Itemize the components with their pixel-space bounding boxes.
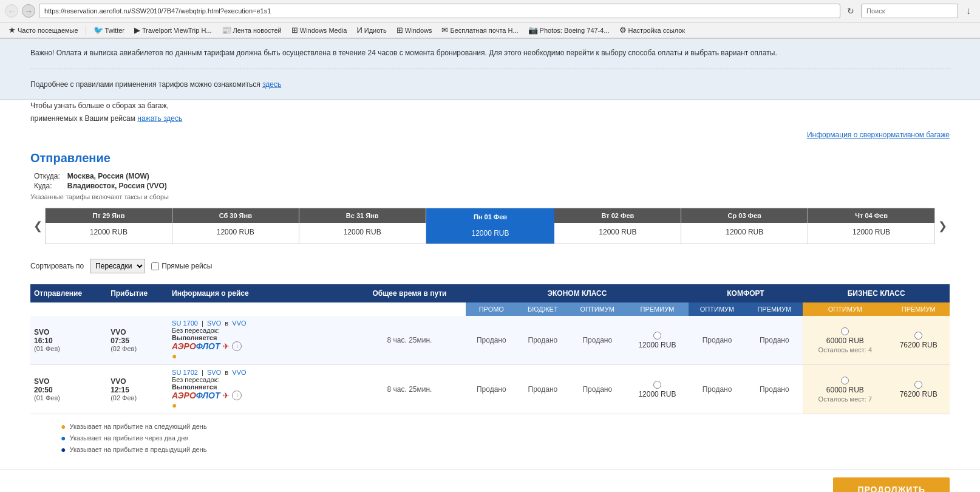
bookmark-popular[interactable]: ★ Часто посещаемые: [5, 24, 82, 36]
legend-dark-blue-text: Указывает на прибытие в предыдущий день: [69, 446, 206, 453]
bookmark-travelport[interactable]: ▶ Travelport ViewTrip H...: [131, 24, 216, 36]
flight1-premium-bus[interactable]: 76200 RUB: [887, 316, 950, 365]
next-date-arrow[interactable]: ❯: [935, 208, 950, 244]
flight1-departure: SVO 16:10 (01 Фев): [30, 316, 107, 365]
flight1-number[interactable]: SU 1700: [172, 319, 198, 327]
baggage-section: Чтобы узнать больше о сборах за багаж, п…: [0, 100, 980, 131]
address-bar[interactable]: [39, 4, 840, 18]
flight1-premium-com: Продано: [746, 316, 803, 365]
download-button[interactable]: ↓: [962, 4, 975, 18]
oversize-info[interactable]: Информация о сверхнормативном багаже: [0, 131, 980, 145]
date-header-2: Вс 31 Янв: [299, 208, 426, 223]
route-info: Откуда: Москва, Россия (MOW) Куда: Влади…: [30, 171, 950, 200]
separator: [86, 26, 86, 35]
info-icon: i: [232, 341, 242, 351]
sub-empty-2: [107, 302, 168, 316]
flight2-premium-bus[interactable]: 76200 RUB: [887, 365, 950, 414]
bookmark-free-mail-label: Бесплатная почта Н...: [450, 27, 518, 34]
flight2-arrival: VVO 12:15 (02 Фев): [107, 365, 168, 414]
date-cell-3[interactable]: Пн 01 Фев 12000 RUB: [426, 208, 555, 244]
date-price-6: 12000 RUB: [808, 223, 934, 241]
flight2-premium-eco-price: 12000 RUB: [638, 390, 676, 398]
bookmark-windows-media[interactable]: ⊞ Windows Media: [288, 24, 351, 36]
flight2-premium-bus-price: 76200 RUB: [900, 390, 937, 398]
flight2-dep-airport: SVO: [34, 377, 103, 386]
date-cell-6[interactable]: Чт 04 Фев 12000 RUB: [808, 208, 934, 244]
flight2-number[interactable]: SU 1702: [172, 369, 198, 376]
browser-nav: ← → ↻ ↓: [0, 0, 980, 22]
flight1-premium-bus-input[interactable]: [914, 332, 922, 340]
legend-item-dark-blue: ● Указывает на прибытие в предыдущий ден…: [61, 445, 919, 454]
sub-optimum-com: ОПТИМУМ: [689, 302, 746, 316]
browser-chrome: ← → ↻ ↓ ★ Часто посещаемые 🐦 Twitter ▶ T…: [0, 0, 980, 39]
date-cell-4[interactable]: Вт 02 Фев 12000 RUB: [554, 208, 681, 244]
flight1-arr-airport: VVO: [111, 328, 165, 337]
flight2-dep-time: 20:50: [34, 386, 103, 394]
direct-flights-checkbox[interactable]: [151, 262, 159, 270]
flight1-dep-date: (01 Фев): [34, 345, 103, 352]
flight1-optimum-bus-input[interactable]: [841, 327, 849, 335]
flight2-no-stop: Без пересадок:: [172, 376, 350, 383]
date-cell-5[interactable]: Ср 03 Фев 12000 RUB: [681, 208, 808, 244]
flight1-budget: Продано: [517, 316, 568, 365]
flight2-premium-eco-input[interactable]: [653, 381, 661, 389]
baggage-link[interactable]: нажать здесь: [137, 114, 182, 123]
col-comfort: КОМФОРТ: [689, 284, 803, 302]
flight2-airline-logo: АЭРОФЛОТ ✈ i: [172, 391, 350, 400]
date-price-4: 12000 RUB: [554, 223, 681, 241]
date-cell-0[interactable]: Пт 29 Янв 12000 RUB: [46, 208, 172, 244]
oversize-link[interactable]: Информация о сверхнормативном багаже: [807, 131, 950, 139]
bookmark-free-mail[interactable]: ✉ Бесплатная почта Н...: [438, 24, 522, 36]
table-row: SVO 20:50 (01 Фев) VVO 12:15 (02 Фев) SU…: [30, 365, 950, 414]
bookmark-twitter-label: Twitter: [105, 27, 124, 34]
col-business: БИЗНЕС КЛАСС: [803, 284, 950, 302]
bookmark-photos[interactable]: 📷 Photos: Boeing 747-4...: [525, 24, 613, 36]
flight1-optimum-bus[interactable]: 60000 RUB Осталось мест: 4: [803, 316, 887, 365]
bookmark-popular-label: Часто посещаемые: [18, 27, 78, 34]
table-header-row-info: Отправление Прибытие Информация о рейсе …: [30, 284, 950, 302]
flight2-route-to[interactable]: VVO: [232, 369, 246, 376]
dark-blue-dot-legend: ●: [61, 445, 66, 454]
bookmark-idiot[interactable]: И Идиоть: [353, 24, 390, 36]
bookmark-twitter[interactable]: 🐦 Twitter: [90, 24, 128, 36]
flight2-route-from[interactable]: SVO: [207, 369, 221, 376]
flight2-premium-eco[interactable]: 12000 RUB: [626, 365, 689, 414]
flight2-premium-bus-input[interactable]: [914, 381, 922, 389]
date-cell-2[interactable]: Вс 31 Янв 12000 RUB: [299, 208, 426, 244]
to-label: Куда:: [30, 181, 64, 191]
flight1-premium-eco[interactable]: 12000 RUB: [626, 316, 689, 365]
flight1-route-to[interactable]: VVO: [232, 319, 246, 327]
from-value: Москва, Россия (MOW): [64, 171, 171, 181]
flight1-premium-eco-price: 12000 RUB: [638, 341, 676, 349]
col-flight-info: Информация о рейсе: [168, 284, 353, 302]
date-header-4: Вт 02 Фев: [554, 208, 681, 223]
windows-icon: ⊞: [396, 26, 403, 35]
flight1-arr-date: (02 Фев): [111, 345, 165, 352]
date-cell-1[interactable]: Сб 30 Янв 12000 RUB: [172, 208, 299, 244]
back-button[interactable]: ←: [5, 4, 18, 18]
rules-link[interactable]: здесь: [262, 80, 281, 89]
bookmark-windows[interactable]: ⊞ Windows: [393, 24, 436, 36]
date-price-0: 12000 RUB: [46, 223, 172, 241]
yellow-dot-1: ●: [172, 351, 177, 361]
prev-date-arrow[interactable]: ❮: [30, 208, 45, 244]
flight1-premium-eco-input[interactable]: [653, 332, 661, 340]
tariff-note: Указанные тарифы включают таксы и сборы: [30, 193, 950, 200]
continue-button[interactable]: ПРОДОЛЖИТЬ: [833, 477, 950, 492]
bookmark-news[interactable]: 📰 Лента новостей: [218, 24, 285, 36]
col-economy: ЭКОНОМ КЛАСС: [466, 284, 688, 302]
flight2-optimum-bus[interactable]: 60000 RUB Осталось мест: 7: [803, 365, 887, 414]
alert-banner: Важно! Оплата и выписка авиабилетов по д…: [0, 39, 980, 100]
bookmark-settings[interactable]: ⚙ Настройка ссылок: [616, 24, 689, 36]
flight2-optimum-bus-input[interactable]: [841, 377, 849, 384]
forward-button[interactable]: →: [22, 4, 35, 18]
search-input[interactable]: [861, 4, 958, 18]
date-price-1: 12000 RUB: [172, 223, 299, 241]
flight2-executed: Выполняется: [172, 383, 350, 391]
yellow-dot-2: ●: [172, 400, 177, 410]
flight2-arr-airport: VVO: [111, 377, 165, 386]
to-value: Владивосток, Россия (VVO): [64, 181, 171, 191]
sort-select[interactable]: Пересадки Цена Время: [90, 259, 145, 273]
refresh-button[interactable]: ↻: [844, 4, 857, 18]
flight1-route-from[interactable]: SVO: [207, 319, 221, 327]
